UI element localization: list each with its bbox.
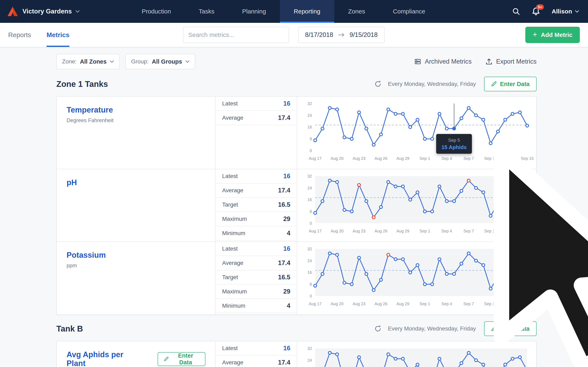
tooltip-date: Sep 5 <box>441 137 467 143</box>
metric-unit: Degrees Fahrenheit <box>67 117 205 124</box>
search-input[interactable] <box>188 31 284 38</box>
svg-text:Sep 1: Sep 1 <box>420 229 430 233</box>
section-head: Tank B Every Monday, Wednesday, Friday E… <box>56 321 536 336</box>
zone-filter[interactable]: Zone: All Zones <box>56 54 120 69</box>
svg-text:Aug 20: Aug 20 <box>331 156 344 161</box>
org-switcher[interactable]: Victory Gardens <box>7 0 80 23</box>
stat-row: Latest 16 <box>216 242 297 256</box>
metric-section: Zone 1 Tanks Every Monday, Wednesday, Fr… <box>56 77 536 315</box>
group-filter[interactable]: Group: All Groups <box>125 54 195 69</box>
date-range-picker[interactable]: 8/17/2018 9/15/2018 <box>298 27 385 43</box>
stat-row: Latest 16 <box>216 97 297 111</box>
metric-card: Temperature Degrees Fahrenheit Latest 16… <box>56 96 536 315</box>
stat-row: Latest 16 <box>216 169 297 184</box>
stat-row: Latest 16 <box>216 341 297 356</box>
stat-row: Average 17.4 <box>216 111 297 125</box>
svg-text:Aug 20: Aug 20 <box>331 301 344 306</box>
metric-sections: Zone 1 Tanks Every Monday, Wednesday, Fr… <box>56 77 536 367</box>
nav-item-zones[interactable]: Zones <box>334 0 379 23</box>
sub-header: ReportsMetrics 8/17/2018 9/15/2018 + Add… <box>0 23 588 47</box>
stat-value: 16 <box>283 245 290 252</box>
metric-section: Tank B Every Monday, Wednesday, Friday E… <box>56 321 536 367</box>
metric-title-temperature[interactable]: Temperature <box>67 106 113 114</box>
top-nav: Victory Gardens ProductionTasksPlanningR… <box>0 0 588 23</box>
svg-text:8: 8 <box>310 137 312 141</box>
metric-title-ph[interactable]: pH <box>67 178 77 187</box>
metric-line-chart[interactable]: 32241680Aug 17Aug 20Aug 23Aug 26Aug 29Se… <box>303 345 530 367</box>
notifications-button[interactable]: 5+ <box>532 7 540 16</box>
tab-metrics[interactable]: Metrics <box>47 23 69 47</box>
stat-value: 16 <box>283 345 290 352</box>
metric-row: Temperature Degrees Fahrenheit Latest 16… <box>57 97 536 169</box>
nav-item-compliance[interactable]: Compliance <box>379 0 439 23</box>
metrics-search <box>183 27 289 43</box>
user-menu[interactable]: Allison <box>552 8 579 15</box>
main-content: Zone: All Zones Group: All Groups Archiv… <box>0 47 588 367</box>
svg-text:Aug 26: Aug 26 <box>374 156 387 161</box>
svg-text:8: 8 <box>310 209 312 214</box>
metric-line-chart[interactable]: 32241680Aug 17Aug 20Aug 23Aug 26Aug 29Se… <box>303 173 530 238</box>
nav-item-tasks[interactable]: Tasks <box>185 0 228 23</box>
metric-line-chart[interactable]: 32241680Aug 17Aug 20Aug 23Aug 26Aug 29Se… <box>303 100 530 165</box>
metric-title-avg-aphids-per-plant[interactable]: Avg Aphids per Plant <box>67 350 139 367</box>
stat-row: Maximum 29 <box>216 212 297 226</box>
stat-label: Average <box>222 359 243 366</box>
add-metric-button[interactable]: + Add Metric <box>525 27 580 43</box>
svg-text:Sep 13: Sep 13 <box>506 301 519 306</box>
export-metrics-button[interactable]: Export Metrics <box>485 58 536 65</box>
svg-text:Sep 7: Sep 7 <box>463 229 474 233</box>
enter-data-button[interactable]: Enter Data <box>484 321 536 336</box>
tab-reports[interactable]: Reports <box>8 23 31 47</box>
stat-value: 16.5 <box>278 201 290 208</box>
plus-icon: + <box>533 31 537 38</box>
stat-row: Average 17.4 <box>216 184 297 198</box>
metric-name-cell: Avg Aphids per Plant Enter Data # of Aph… <box>57 341 215 367</box>
svg-text:Sep 7: Sep 7 <box>463 156 474 161</box>
brand-logo-icon <box>7 5 19 17</box>
stat-row: Minimum 4 <box>216 299 297 313</box>
svg-text:16: 16 <box>307 125 312 129</box>
svg-text:8: 8 <box>310 282 312 286</box>
export-icon <box>485 58 493 65</box>
nav-item-planning[interactable]: Planning <box>228 0 280 23</box>
metric-row: Potassium ppm Latest 16 Average 17.4 Tar… <box>57 242 536 314</box>
svg-text:Sep 10: Sep 10 <box>484 301 497 306</box>
nav-item-reporting[interactable]: Reporting <box>280 0 334 23</box>
filters-row: Zone: All Zones Group: All Groups Archiv… <box>56 54 536 69</box>
stat-row: Average 17.4 <box>216 256 297 270</box>
svg-text:Sep 7: Sep 7 <box>463 301 474 306</box>
svg-text:Sep 10: Sep 10 <box>484 229 497 233</box>
metric-row: Avg Aphids per Plant Enter Data # of Aph… <box>57 341 536 367</box>
nav-right: 5+ Allison <box>512 0 579 23</box>
svg-text:Aug 20: Aug 20 <box>331 229 344 233</box>
user-name: Allison <box>552 8 572 15</box>
metric-chart-cell: 32241680Aug 17Aug 20Aug 23Aug 26Aug 29Se… <box>297 242 536 314</box>
stat-label: Average <box>222 187 243 194</box>
svg-text:0: 0 <box>310 148 312 153</box>
schedule-note: Every Monday, Wednesday, Friday <box>388 325 476 332</box>
svg-text:32: 32 <box>307 174 312 178</box>
notification-badge: 5+ <box>536 4 544 10</box>
main-nav: ProductionTasksPlanningReportingZonesCom… <box>128 0 439 23</box>
section-head: Zone 1 Tanks Every Monday, Wednesday, Fr… <box>56 77 536 91</box>
enter-data-button[interactable]: Enter Data <box>158 352 205 366</box>
chevron-down-icon <box>185 59 190 64</box>
metric-row: pH Latest 16 Average 17.4 Target 16.5 Ma… <box>57 169 536 242</box>
svg-text:Aug 29: Aug 29 <box>397 156 409 161</box>
archived-metrics-button[interactable]: Archived Metrics <box>414 58 472 65</box>
search-icon[interactable] <box>512 7 520 16</box>
metric-line-chart[interactable]: 32241680Aug 17Aug 20Aug 23Aug 26Aug 29Se… <box>303 246 530 310</box>
pencil-icon <box>491 81 497 87</box>
nav-item-production[interactable]: Production <box>128 0 185 23</box>
svg-text:Aug 17: Aug 17 <box>309 229 321 233</box>
stat-label: Latest <box>222 100 238 107</box>
stat-label: Latest <box>222 245 238 252</box>
metric-title-potassium[interactable]: Potassium <box>67 251 106 259</box>
stat-value: 17.4 <box>278 359 290 366</box>
stat-row: Maximum 29 <box>216 285 297 299</box>
svg-text:Aug 17: Aug 17 <box>309 156 321 161</box>
enter-data-button[interactable]: Enter Data <box>484 77 536 91</box>
svg-text:Sep 13: Sep 13 <box>506 156 519 161</box>
svg-text:Sep 15: Sep 15 <box>521 229 534 233</box>
stat-value: 17.4 <box>278 259 290 267</box>
